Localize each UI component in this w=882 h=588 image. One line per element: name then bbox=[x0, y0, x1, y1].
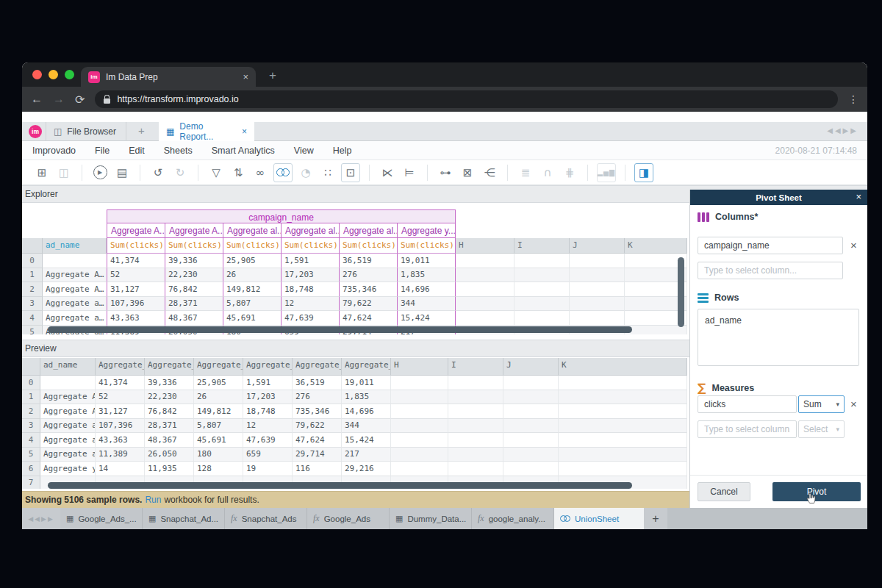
value-cell[interactable]: 17,203 bbox=[243, 390, 293, 405]
maximize-window-button[interactable] bbox=[65, 70, 74, 79]
close-window-button[interactable] bbox=[32, 70, 42, 79]
empty-cell[interactable] bbox=[559, 390, 687, 405]
ad-name-cell[interactable]: Aggregate a… bbox=[40, 448, 96, 462]
value-cell[interactable]: 5,807 bbox=[194, 419, 243, 434]
value-cell[interactable]: 217 bbox=[342, 448, 391, 462]
sheet-tab-google-analy[interactable]: fxgoogle_analy... bbox=[472, 508, 554, 529]
value-cell[interactable]: 79,622 bbox=[293, 419, 342, 434]
preview-column-header[interactable]: Aggregate_a… bbox=[293, 358, 342, 376]
empty-cell[interactable] bbox=[559, 462, 687, 476]
value-cell[interactable]: 39,336 bbox=[145, 376, 194, 390]
window-controls[interactable] bbox=[32, 70, 74, 79]
reload-icon[interactable]: ⟳ bbox=[75, 93, 85, 107]
ad-name-cell[interactable]: Aggregate a… bbox=[40, 433, 96, 448]
value-cell[interactable]: 11,935 bbox=[145, 462, 194, 476]
column-letter-header[interactable]: I bbox=[514, 238, 570, 254]
sheet-tab-dummy-data[interactable]: ▦Dummy_Data... bbox=[390, 508, 472, 529]
aggregate-column-header[interactable]: Aggregate al... bbox=[223, 223, 281, 238]
ad-name-cell[interactable]: Aggregate A… bbox=[43, 282, 107, 297]
menu-edit[interactable]: Edit bbox=[129, 146, 145, 156]
value-cell[interactable]: 276 bbox=[339, 268, 397, 283]
hierarchy-icon[interactable]: ⋲ bbox=[481, 164, 498, 182]
preview-column-header[interactable]: Aggregate_A… bbox=[145, 358, 194, 376]
ad-name-cell[interactable]: Aggregate A… bbox=[43, 268, 107, 283]
value-cell[interactable]: 22,230 bbox=[145, 390, 194, 405]
empty-cell[interactable] bbox=[391, 376, 448, 390]
empty-cell[interactable] bbox=[503, 404, 559, 419]
row-number[interactable]: 6 bbox=[22, 462, 40, 476]
column-letter-header[interactable]: K bbox=[625, 238, 687, 254]
preview-column-header[interactable]: J bbox=[503, 358, 559, 376]
row-number[interactable]: 0 bbox=[22, 376, 40, 390]
empty-cell[interactable] bbox=[448, 448, 503, 462]
value-cell[interactable]: 15,424 bbox=[342, 433, 391, 448]
row-number[interactable]: 1 bbox=[22, 390, 40, 405]
value-cell[interactable]: 11,389 bbox=[96, 448, 145, 462]
value-cell[interactable]: 149,812 bbox=[223, 282, 281, 297]
measure-field[interactable] bbox=[698, 395, 797, 413]
convert-icon[interactable]: ⊠ bbox=[459, 164, 476, 182]
empty-cell[interactable] bbox=[448, 433, 503, 448]
menu-view[interactable]: View bbox=[294, 146, 314, 156]
menu-file[interactable]: File bbox=[95, 146, 110, 156]
value-cell[interactable]: 180 bbox=[194, 448, 243, 462]
empty-cell[interactable] bbox=[456, 297, 514, 312]
value-cell[interactable]: 25,905 bbox=[194, 376, 243, 390]
value-cell[interactable]: 15,424 bbox=[397, 311, 456, 326]
row-number[interactable]: 0 bbox=[22, 254, 43, 268]
value-cell[interactable]: 12 bbox=[243, 419, 293, 434]
preview-column-header[interactable]: Aggregate_A… bbox=[96, 358, 145, 376]
minimize-window-button[interactable] bbox=[49, 70, 58, 79]
cancel-button[interactable]: Cancel bbox=[698, 482, 750, 501]
empty-cell[interactable] bbox=[503, 419, 559, 434]
value-cell[interactable]: 17,203 bbox=[281, 268, 339, 283]
value-cell[interactable]: 41,374 bbox=[96, 376, 145, 390]
value-cell[interactable]: 276 bbox=[293, 390, 342, 405]
empty-cell[interactable] bbox=[514, 254, 570, 268]
empty-cell[interactable] bbox=[391, 462, 448, 476]
aggregate-column-header[interactable]: Aggregate al... bbox=[339, 223, 397, 238]
row-number[interactable]: 1 bbox=[22, 268, 43, 283]
menu-help[interactable]: Help bbox=[333, 146, 352, 156]
preview-column-header[interactable]: K bbox=[559, 358, 687, 376]
ad-name-column-header[interactable]: ad_name bbox=[43, 238, 107, 254]
tab-demo-report[interactable]: ▦ Demo Report... × bbox=[159, 122, 254, 141]
value-cell[interactable]: 43,363 bbox=[107, 311, 165, 326]
campaign-name-span-header[interactable]: campaign_name bbox=[107, 209, 456, 223]
value-cell[interactable]: 36,519 bbox=[339, 254, 397, 268]
close-tab-icon[interactable]: × bbox=[243, 71, 248, 82]
value-cell[interactable]: 45,691 bbox=[194, 433, 243, 448]
preview-column-header[interactable]: Aggregate_a… bbox=[194, 358, 243, 376]
split-icon[interactable]: ⋉ bbox=[379, 164, 396, 182]
value-cell[interactable]: 18,748 bbox=[281, 282, 339, 297]
add-workbook-tab-icon[interactable]: + bbox=[138, 124, 145, 137]
empty-cell[interactable] bbox=[570, 254, 625, 268]
aggregate-column-header[interactable]: Aggregate al... bbox=[281, 223, 339, 238]
new-sheet-icon[interactable]: ⊞ bbox=[33, 164, 51, 182]
value-cell[interactable]: 12 bbox=[281, 297, 339, 312]
ad-name-cell[interactable]: Aggregate a… bbox=[40, 419, 96, 434]
close-panel-icon[interactable]: × bbox=[856, 191, 861, 202]
empty-cell[interactable] bbox=[559, 419, 687, 434]
run-icon[interactable]: ▶ bbox=[91, 164, 109, 182]
value-cell[interactable]: 344 bbox=[397, 297, 456, 312]
value-cell[interactable]: 735,346 bbox=[339, 282, 397, 297]
value-cell[interactable]: 25,905 bbox=[223, 254, 281, 268]
value-cell[interactable]: 1,835 bbox=[342, 390, 391, 405]
value-cell[interactable]: 19,011 bbox=[397, 254, 456, 268]
ad-name-cell[interactable] bbox=[40, 376, 96, 390]
value-cell[interactable]: 107,396 bbox=[96, 419, 145, 434]
sum-clicks-header[interactable]: Sum(clicks) bbox=[339, 238, 397, 254]
value-cell[interactable]: 47,624 bbox=[339, 311, 397, 326]
empty-cell[interactable] bbox=[456, 311, 514, 326]
undo-icon[interactable]: ↺ bbox=[149, 164, 167, 182]
sum-clicks-header[interactable]: Sum(clicks) bbox=[281, 238, 339, 254]
empty-cell[interactable] bbox=[503, 433, 559, 448]
sheet-tab-google-ads[interactable]: fxGoogle_Ads bbox=[307, 508, 390, 529]
explorer-horizontal-scrollbar[interactable] bbox=[48, 326, 632, 333]
value-cell[interactable]: 659 bbox=[243, 448, 293, 462]
row-number[interactable]: 2 bbox=[22, 282, 43, 297]
empty-cell[interactable] bbox=[456, 254, 514, 268]
explorer-vertical-scrollbar[interactable] bbox=[678, 257, 684, 327]
empty-cell[interactable] bbox=[514, 268, 570, 283]
